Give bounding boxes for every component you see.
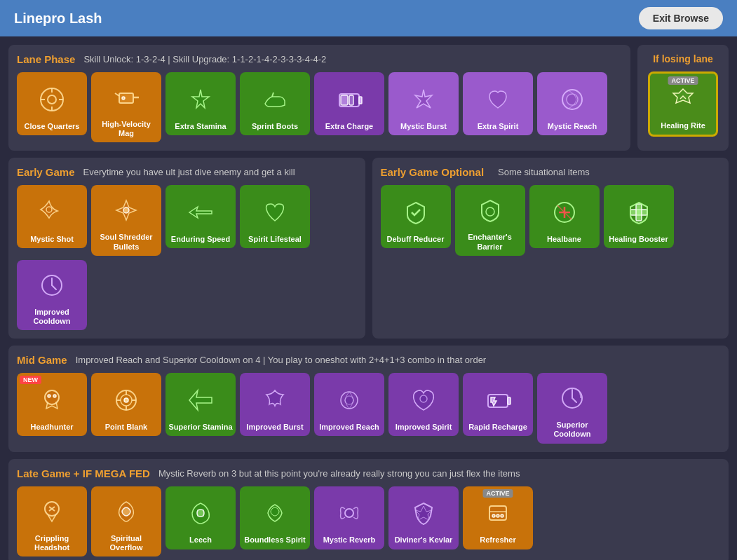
item-name-label: Enduring Speed [171,235,230,244]
late-game-subtitle: Mystic Reverb on 3 but at this point you… [158,468,520,479]
item-card[interactable]: Superior Cooldown [537,373,607,443]
early-optional-subtitle: Some situational items [498,167,590,177]
item-name-label: Sprint Boots [252,122,298,131]
item-icon [31,264,73,306]
item-icon [105,491,147,533]
item-card[interactable]: High-Velocity Mag [91,72,161,142]
svg-rect-45 [489,506,506,520]
item-name-label: Superior Stamina [168,423,232,432]
item-icon [254,492,296,534]
item-icon [403,492,445,534]
item-card[interactable]: Leech [165,486,236,549]
item-card[interactable]: Enduring Speed [165,185,236,248]
healing-rite-card[interactable]: ACTIVEHealing Rite [648,71,718,137]
lane-phase-section: Lane Phase Skill Unlock: 1-3-2-4 | Skill… [8,45,630,151]
svg-point-27 [53,395,56,397]
early-game-section: Early Game Everytime you have ult just d… [8,158,365,339]
item-card[interactable]: NEWHeadhunter [17,373,87,436]
early-optional-header: Early Game Optional Some situational ite… [381,166,721,178]
item-name-label: Refresher [480,535,515,545]
item-icon [254,78,296,121]
item-card[interactable]: Boundless Spirit [240,486,310,549]
item-icon [254,191,296,233]
item-card[interactable]: Extra Stamina [165,72,236,135]
svg-point-44 [345,509,353,517]
item-card[interactable]: Spiritual Overflow [91,486,161,556]
early-game-subtitle: Everytime you have ult just dive enemy a… [83,167,295,177]
item-name-label: Enchanter's Barrier [458,233,522,251]
item-name-label: Improved Spirit [395,423,452,432]
svg-point-25 [45,390,59,404]
item-card[interactable]: Improved Burst [240,373,310,436]
item-name-label: Mystic Shot [30,235,74,244]
lane-phase-subtitle: Skill Unlock: 1-3-2-4 | Skill Upgrade: 1… [83,54,326,64]
item-card[interactable]: Enchanter's Barrier [455,185,525,255]
item-icon [551,377,593,419]
active-badge: ACTIVE [482,489,513,498]
item-card[interactable]: Sprint Boots [240,72,310,135]
item-icon [31,379,73,421]
item-icon [328,78,370,121]
item-card[interactable]: Point Blank [91,373,161,436]
item-card[interactable]: Mystic Reach [537,72,607,135]
if-losing-section: If losing lane ACTIVEHealing Rite [637,45,729,151]
item-name-label: Superior Cooldown [540,421,604,439]
item-card[interactable]: Close Quarters [17,72,87,135]
item-card[interactable]: Spirit Lifesteal [240,185,310,248]
item-name-label: Extra Charge [325,122,373,131]
item-card[interactable]: Debuff Reducer [381,185,451,248]
item-card[interactable]: Healing Booster [604,185,674,248]
early-optional-title: Early Game Optional [381,166,485,178]
item-icon [403,379,445,421]
item-name-label: Extra Stamina [175,122,226,131]
svg-rect-39 [508,397,511,404]
item-card[interactable]: Mystic Reverb [314,486,384,549]
item-icon [395,191,437,233]
item-card[interactable]: Extra Spirit [463,72,533,135]
top-row: Lane Phase Skill Unlock: 1-3-2-4 | Skill… [8,45,729,151]
item-icon [105,76,147,118]
item-card[interactable]: Extra Charge [314,72,384,135]
item-card[interactable]: Healbane [529,185,600,248]
lane-phase-title: Lane Phase [17,53,75,65]
item-icon [31,191,73,233]
item-card[interactable]: Improved Cooldown [17,260,87,330]
svg-point-49 [501,514,503,517]
item-icon [254,379,296,421]
item-card[interactable]: Mystic Shot [17,185,87,248]
item-card[interactable]: Diviner's Kevlar [388,486,459,549]
item-card[interactable]: Crippling Headshot [17,486,87,556]
item-card[interactable]: Soul Shredder Bullets [91,185,161,255]
item-name-label: Healing Rite [661,121,705,130]
item-card[interactable]: Improved Spirit [388,373,459,436]
item-name-label: Mystic Reverb [323,535,376,545]
mid-game-items: NEWHeadhunterPoint BlankSuperior Stamina… [17,373,720,443]
item-name-label: Debuff Reducer [387,235,445,244]
mid-game-section: Mid Game Improved Reach and Superior Coo… [8,346,729,451]
item-icon [105,189,147,231]
item-icon [328,492,370,534]
item-card[interactable]: Improved Reach [314,373,384,436]
early-game-items: Mystic ShotSoul Shredder BulletsEnduring… [17,185,357,330]
item-card[interactable]: ACTIVERefresher [463,486,533,549]
item-icon [469,189,511,231]
item-name-label: Mystic Reach [548,122,597,131]
mid-game-title: Mid Game [17,354,67,366]
svg-line-10 [272,93,273,97]
item-name-label: Mystic Burst [400,122,447,131]
svg-point-26 [48,395,50,397]
lane-phase-header: Lane Phase Skill Unlock: 1-3-2-4 | Skill… [17,53,622,65]
item-name-label: Soul Shredder Bullets [94,233,158,251]
item-icon [328,379,370,421]
item-icon [403,78,445,121]
item-name-label: Spirit Lifesteal [248,235,302,244]
item-card[interactable]: Rapid Recharge [463,373,533,436]
early-game-row: Early Game Everytime you have ult just d… [8,158,729,339]
early-optional-items: Debuff ReducerEnchanter's BarrierHealban… [381,185,721,255]
item-card[interactable]: Mystic Burst [388,72,459,135]
early-game-header: Early Game Everytime you have ult just d… [17,166,357,178]
item-card[interactable]: Superior Stamina [165,373,236,436]
item-name-label: Diviner's Kevlar [395,535,453,545]
item-icon [180,379,222,421]
exit-browse-button[interactable]: Exit Browse [639,7,723,29]
